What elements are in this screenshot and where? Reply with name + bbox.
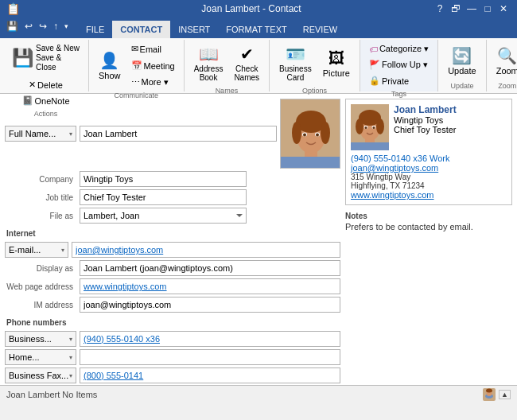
business-phone-input[interactable] <box>80 331 340 347</box>
status-right: ▲ <box>483 388 511 401</box>
private-label: Private <box>382 76 409 86</box>
tab-insert[interactable]: INSERT <box>170 21 218 38</box>
followup-icon: 🚩 <box>369 60 380 70</box>
redo-button[interactable]: ↪ <box>37 20 49 33</box>
tab-contact[interactable]: CONTACT <box>112 21 170 38</box>
fullname-arrow-icon: ▾ <box>69 130 72 138</box>
meeting-button[interactable]: 📅 Meeting <box>127 58 179 73</box>
fileas-select[interactable]: Lambert, Joan <box>80 208 247 224</box>
save-new-button[interactable]: 💾 Save & New Save & Close <box>8 41 84 75</box>
update-label: Update <box>450 80 473 90</box>
address-book-icon: 📖 <box>199 45 219 64</box>
imaddress-input[interactable] <box>80 297 340 313</box>
names-label: Names <box>216 85 239 95</box>
card-photo-svg <box>351 104 389 150</box>
meeting-label: Meeting <box>144 61 175 71</box>
more-button[interactable]: ⋯ More ▾ <box>127 75 179 90</box>
home-phone-arrow-icon: ▾ <box>69 354 72 361</box>
card-email: joan@wingtiptoys.com <box>351 163 507 173</box>
save-icon: 💾 <box>12 48 33 68</box>
businessfax-label: Business Fax... <box>9 371 68 380</box>
home-phone-input[interactable] <box>80 349 340 365</box>
business-phone-label: Business... <box>9 334 52 344</box>
notes-text: Prefers to be contacted by email. <box>345 222 512 231</box>
business-card-label: BusinessCard <box>279 64 312 82</box>
check-names-label: CheckNames <box>234 64 259 82</box>
followup-button[interactable]: 🚩 Follow Up ▾ <box>365 57 432 72</box>
fullname-input[interactable] <box>80 126 277 142</box>
home-phone-row: Home... ▾ <box>5 349 340 365</box>
restore-button[interactable]: 🗗 <box>449 2 463 16</box>
ribbon-group-actions: 💾 Save & New Save & Close ✕ Delete 📓 O <box>3 40 89 91</box>
address-book-button[interactable]: 📖 AddressBook <box>189 41 228 85</box>
ribbon-group-zoom: 🔍 Zoom Zoom <box>487 40 517 91</box>
delete-button[interactable]: ✕ Delete <box>25 77 67 92</box>
ribbon-tabs: FILE CONTACT INSERT FORMAT TEXT REVIEW <box>75 18 517 38</box>
svg-rect-26 <box>351 142 389 150</box>
email-dropdown-arrow-icon: ▾ <box>61 247 64 254</box>
email-type-dropdown[interactable]: E-mail... ▾ <box>5 242 68 258</box>
onenote-button[interactable]: 📓 OneNote <box>18 93 74 108</box>
close-button[interactable]: ✕ <box>496 2 511 16</box>
ribbon: 💾 Save & New Save & Close ✕ Delete 📓 O <box>0 38 517 94</box>
window-controls[interactable]: ? 🗗 — □ ✕ <box>433 2 511 16</box>
jobtitle-label: Job title <box>5 193 76 202</box>
businessfax-dropdown[interactable]: Business Fax... ▾ <box>5 368 76 383</box>
webpage-input[interactable] <box>80 278 340 294</box>
fileas-row: File as Lambert, Joan <box>5 208 340 224</box>
notes-label: Notes <box>345 212 512 220</box>
business-phone-row: Business... ▾ <box>5 331 340 347</box>
business-phone-dropdown[interactable]: Business... ▾ <box>5 331 76 347</box>
minimize-button[interactable]: — <box>465 2 479 16</box>
onenote-label: OneNote <box>35 96 70 106</box>
tags-label: Tags <box>391 88 406 98</box>
fullname-dropdown[interactable]: Full Name... ▾ <box>5 126 76 142</box>
photo-svg <box>281 99 340 169</box>
picture-label: Picture <box>323 68 350 78</box>
business-card-button[interactable]: 🪪 BusinessCard <box>274 41 317 85</box>
email-button[interactable]: ✉ Email <box>127 41 179 56</box>
company-input[interactable] <box>80 171 247 187</box>
svg-point-9 <box>303 134 306 137</box>
categorize-button[interactable]: 🏷 Categorize ▾ <box>365 41 433 56</box>
notes-section: Notes Prefers to be contacted by email. <box>345 212 512 231</box>
svg-point-5 <box>292 122 301 144</box>
business-phone-arrow-icon: ▾ <box>69 336 72 343</box>
displayas-label: Display as <box>5 264 76 273</box>
up-button[interactable]: ↑ <box>52 20 60 33</box>
private-button[interactable]: 🔒 Private <box>365 73 413 88</box>
business-card-icon: 🪪 <box>286 45 305 64</box>
tab-file[interactable]: FILE <box>78 21 112 38</box>
contact-card-header: Joan Lambert Wingtip Toys Chief Toy Test… <box>351 104 507 150</box>
show-button[interactable]: 👤 Show <box>94 48 126 84</box>
save-close-label2: Close <box>36 63 80 72</box>
title-bar-icon: 📋 <box>6 2 20 15</box>
tab-format-text[interactable]: FORMAT TEXT <box>218 21 294 38</box>
fullname-label: Full Name... <box>9 129 56 138</box>
picture-button[interactable]: 🖼 Picture <box>318 46 355 81</box>
meeting-icon: 📅 <box>131 60 142 71</box>
maximize-button[interactable]: □ <box>480 2 495 16</box>
imaddress-row: IM address <box>5 297 340 313</box>
tab-review[interactable]: REVIEW <box>295 21 345 38</box>
zoom-label: Zoom <box>498 80 516 90</box>
more-icon: ⋯ <box>131 77 140 88</box>
scroll-up-button[interactable]: ▲ <box>499 390 511 399</box>
help-button[interactable]: ? <box>433 2 447 16</box>
card-city: Highflying, TX 71234 <box>351 181 507 190</box>
zoom-button[interactable]: 🔍 Zoom <box>492 43 517 79</box>
businessfax-input[interactable] <box>80 368 340 383</box>
businessfax-phone-row: Business Fax... ▾ <box>5 368 340 383</box>
displayas-input[interactable] <box>80 260 340 276</box>
undo-button[interactable]: ↩ <box>23 20 34 33</box>
form-left: Full Name... ▾ <box>5 99 340 380</box>
categorize-icon: 🏷 <box>369 45 378 54</box>
check-names-button[interactable]: ✔ CheckNames <box>229 41 264 85</box>
svg-point-30 <box>486 388 492 392</box>
save-qa-button[interactable]: 💾 <box>5 20 20 33</box>
email-input[interactable] <box>72 242 340 258</box>
customize-qa-button[interactable]: ▾ <box>63 21 70 31</box>
update-button[interactable]: 🔄 Update <box>443 43 480 79</box>
jobtitle-input[interactable] <box>80 189 247 205</box>
home-phone-dropdown[interactable]: Home... ▾ <box>5 349 76 365</box>
